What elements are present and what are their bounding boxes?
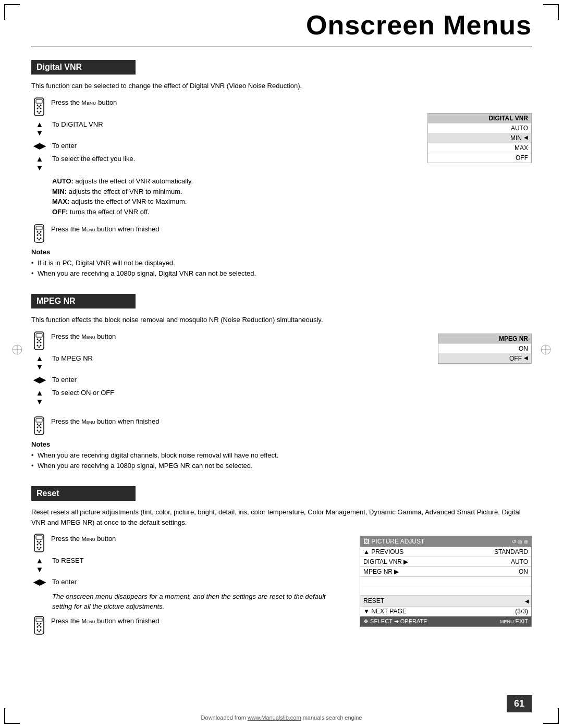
- menu-row-selected: OFF ◀: [438, 354, 531, 363]
- note-item: When you are receiving a 1080p signal, D…: [31, 268, 532, 279]
- menu-item-max: MAX: [515, 144, 528, 152]
- svg-point-29: [39, 346, 40, 348]
- svg-point-49: [39, 549, 40, 550]
- remote-icon: [31, 331, 47, 350]
- svg-point-28: [40, 344, 42, 346]
- corner-tl: [4, 4, 20, 20]
- digital-vnr-steps-area: Press the Menu button ▲▼ To DIGITAL VNR …: [31, 97, 532, 217]
- svg-point-48: [40, 547, 42, 549]
- svg-point-23: [40, 338, 42, 340]
- reset-steps-left: Press the Menu button ▲▼ To RESET ◀▶: [31, 534, 344, 638]
- svg-point-55: [40, 626, 42, 627]
- finish-step-text: Press the Menu button when finished: [51, 416, 532, 427]
- svg-point-5: [40, 107, 42, 109]
- menu-left: RESET: [363, 597, 384, 604]
- menu-row-digital-vnr: DIGITAL VNR ▶ AUTO: [360, 557, 531, 567]
- step-text: Press the Menu button: [51, 97, 412, 108]
- step-row: Press the Menu button: [31, 534, 344, 552]
- svg-point-22: [37, 338, 39, 340]
- menu-header-text: MPEG NR: [499, 335, 528, 342]
- step-row: Press the Menu button when finished: [31, 416, 532, 435]
- menu-left: DIGITAL VNR ▶: [363, 558, 408, 565]
- remote-icon: [31, 97, 47, 116]
- svg-point-4: [37, 107, 39, 109]
- header-divider: [31, 46, 532, 46]
- footer-text: Downloaded from www.Manualslib.com manua…: [201, 714, 362, 721]
- remote-icon: [31, 416, 47, 435]
- note-item: If it is in PC, Digital VNR will not be …: [31, 258, 532, 268]
- page-title: Onscreen Menus: [31, 9, 532, 41]
- svg-point-45: [40, 544, 42, 546]
- svg-point-9: [39, 112, 40, 114]
- svg-point-8: [40, 110, 42, 112]
- step-row: ◀▶ To enter: [31, 577, 344, 587]
- svg-point-16: [39, 233, 40, 235]
- svg-point-34: [37, 427, 39, 428]
- left-crosshair: [11, 344, 23, 357]
- page-number: 61: [507, 695, 532, 712]
- step-row: ▲▼ To RESET: [31, 556, 344, 574]
- arrow-updown-icon: ▲▼: [31, 120, 48, 138]
- svg-point-46: [39, 542, 40, 544]
- svg-point-54: [37, 626, 39, 627]
- note-item: When you are receiving digital channels,…: [31, 450, 532, 461]
- svg-point-43: [40, 541, 42, 542]
- menu-right: AUTO: [511, 558, 528, 565]
- menu-item-on: ON: [519, 345, 528, 352]
- svg-point-33: [40, 424, 42, 425]
- mpeg-nr-notes: Notes When you are receiving digital cha…: [31, 440, 532, 471]
- svg-point-42: [37, 541, 39, 542]
- page: Onscreen Menus Digital VNR This function…: [0, 0, 563, 728]
- svg-point-12: [37, 231, 39, 233]
- svg-point-35: [40, 427, 42, 428]
- step-text: To enter: [52, 577, 344, 587]
- step-text: To select ON or OFF: [52, 388, 422, 398]
- italic-note: The onscreen menu disappears for a momen…: [52, 591, 344, 612]
- remote-icon: [31, 534, 47, 552]
- menu-left: ▼ NEXT PAGE: [363, 608, 407, 615]
- menu-header-row: DIGITAL VNR: [428, 114, 531, 124]
- arrow-leftright-icon: ◀▶: [31, 578, 48, 587]
- footer-link[interactable]: www.Manualslib.com: [248, 714, 301, 721]
- step-text: Press the Menu button: [51, 534, 344, 544]
- svg-point-18: [40, 238, 42, 239]
- step-row: ▲▼ To select ON or OFF: [31, 388, 422, 406]
- step-row: Press the Menu button when finished: [31, 616, 344, 635]
- reset-section: Reset Reset resets all picture adjustmen…: [31, 486, 532, 638]
- svg-point-3: [40, 104, 42, 106]
- digital-vnr-desc: This function can be selected to change …: [31, 81, 532, 91]
- digital-vnr-menu: DIGITAL VNR AUTO MIN ◀ MAX OFF: [427, 113, 532, 163]
- note-item: When you are receiving a 1080p signal, M…: [31, 461, 532, 471]
- menu-row: MAX: [428, 143, 531, 153]
- svg-point-13: [40, 231, 42, 233]
- italic-note-area: The onscreen menu disappears for a momen…: [52, 591, 344, 612]
- corner-tr: [543, 4, 559, 20]
- menu-row-mpeg-nr: MPEG NR ▶ ON: [360, 567, 531, 577]
- arrow-updown-icon: ▲▼: [31, 354, 48, 372]
- menu-select-text: ❖ SELECT ➔ OPERATE: [363, 618, 427, 625]
- remote-icon: [31, 616, 47, 635]
- crosshair-icon: [11, 344, 23, 355]
- svg-point-14: [37, 235, 39, 236]
- menu-header-icons: ↺ ◎ ⊕: [512, 539, 528, 545]
- menu-row-controls: ❖ SELECT ➔ OPERATE MENU EXIT: [360, 616, 531, 626]
- step-text: To enter: [52, 141, 412, 151]
- menu-right: STANDARD: [494, 548, 528, 556]
- reset-desc: Reset resets all picture adjustments (ti…: [31, 507, 532, 527]
- step-text: To MPEG NR: [52, 353, 422, 364]
- mpeg-nr-desc: This function effects the block noise re…: [31, 315, 532, 325]
- effect-descriptions: AUTO: adjusts the effect of VNR automati…: [52, 176, 412, 217]
- step-row: ▲▼ To MPEG NR: [31, 353, 422, 372]
- step-row: ◀▶ To enter: [31, 141, 412, 151]
- mpeg-nr-section: MPEG NR This function effects the block …: [31, 294, 532, 471]
- svg-point-58: [40, 629, 42, 631]
- notes-title: Notes: [31, 248, 532, 256]
- selection-marker: ◀: [524, 355, 528, 362]
- reset-title: Reset: [31, 486, 136, 501]
- arrow-leftright-icon: ◀▶: [31, 142, 48, 151]
- svg-point-52: [37, 623, 39, 624]
- step-row: Press the Menu button when finished: [31, 224, 532, 243]
- step-text: To DIGITAL VNR: [52, 119, 412, 130]
- menu-row-previous: ▲ PREVIOUS STANDARD: [360, 547, 531, 557]
- svg-point-44: [37, 544, 39, 546]
